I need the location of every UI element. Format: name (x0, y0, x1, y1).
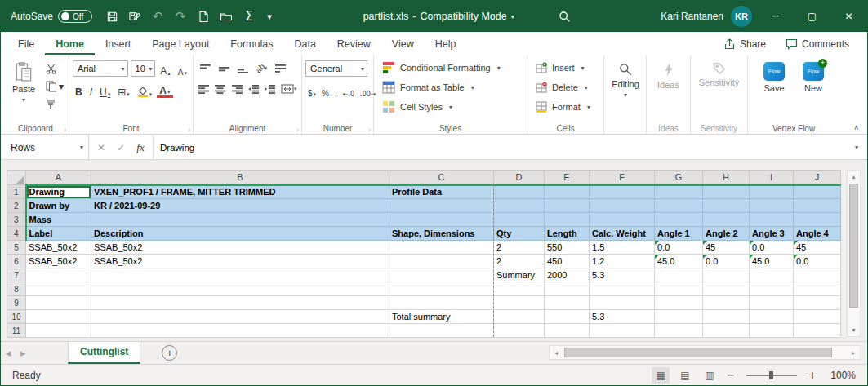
view-page-break-button[interactable]: ▥ (701, 367, 719, 384)
cell-J9[interactable] (794, 296, 841, 310)
align-left-button[interactable] (197, 81, 211, 96)
cell-B10[interactable] (91, 310, 389, 324)
column-header-H[interactable]: H (703, 171, 750, 185)
cell-D2[interactable] (494, 199, 545, 213)
flow-new-button[interactable]: Flow+ New (797, 58, 830, 121)
cell-E10[interactable] (545, 310, 590, 324)
cell-B8[interactable] (91, 282, 389, 296)
cell-D3[interactable] (494, 213, 545, 227)
column-header-F[interactable]: F (590, 171, 655, 185)
cell-A9[interactable] (26, 296, 91, 310)
cell-J6[interactable]: 0.0 (794, 255, 841, 268)
borders-button[interactable]: ⊞▾ (115, 82, 132, 98)
comma-style-button[interactable]: , (332, 82, 340, 98)
format-cells-button[interactable]: Format▾ (531, 97, 600, 117)
zoom-slider[interactable] (746, 375, 797, 376)
cell-F10[interactable]: 5.3 (590, 310, 655, 324)
cell-I8[interactable] (750, 282, 794, 296)
scroll-down-button[interactable]: ▾ (848, 324, 860, 336)
cell-G1[interactable] (655, 185, 703, 199)
horizontal-scrollbar[interactable]: ◂ ▸ (549, 345, 861, 360)
redo-button[interactable]: ↷ (169, 1, 192, 32)
cell-J7[interactable] (794, 268, 841, 282)
sheet-nav-right-button[interactable]: ▶ (16, 342, 30, 364)
cell-D4[interactable]: Qty (494, 227, 545, 241)
cell-D9[interactable] (494, 296, 545, 310)
zoom-out-button[interactable]: − (725, 369, 737, 381)
cell-C6[interactable] (389, 255, 494, 268)
select-all-button[interactable] (7, 171, 26, 185)
cell-J5[interactable]: 45 (794, 241, 841, 255)
cell-C11[interactable] (389, 324, 494, 338)
orientation-button[interactable]: ab▾ (253, 60, 269, 76)
copy-button[interactable]: ▾ (44, 79, 65, 94)
cell-B4[interactable]: Description (91, 227, 389, 241)
align-center-button[interactable] (213, 81, 227, 96)
cell-F6[interactable]: 1.2 (590, 255, 655, 268)
wrap-text-button[interactable] (272, 60, 288, 76)
cell-D1[interactable] (494, 185, 545, 199)
cell-J3[interactable] (794, 213, 841, 227)
tab-view[interactable]: View (381, 32, 425, 55)
row-header-2[interactable]: 2 (7, 199, 26, 213)
cell-E8[interactable] (545, 282, 590, 296)
alignment-dialog-launcher[interactable]: ⌟ (296, 125, 299, 132)
cell-A1[interactable]: Drawing (26, 185, 91, 199)
cell-D11[interactable] (494, 324, 545, 338)
cell-A11[interactable] (26, 324, 91, 338)
cell-I9[interactable] (750, 296, 794, 310)
cell-H6[interactable]: 0.0 (703, 255, 750, 268)
cell-J4[interactable]: Angle 4 (794, 227, 841, 241)
font-size-combo[interactable]: 10▾ (131, 60, 156, 77)
cell-J1[interactable] (794, 185, 841, 199)
cell-A6[interactable]: SSAB_50x2 (26, 255, 91, 268)
cell-G3[interactable] (655, 213, 703, 227)
cell-E1[interactable] (545, 185, 590, 199)
zoom-level[interactable]: 100% (825, 370, 856, 381)
tab-formulas[interactable]: Formulas (220, 32, 283, 55)
zoom-in-button[interactable]: + (807, 369, 818, 381)
cell-D7[interactable]: Summary (494, 268, 545, 282)
cell-G11[interactable] (655, 324, 703, 338)
cell-D6[interactable]: 2 (494, 255, 545, 268)
cell-E4[interactable]: Length (545, 227, 590, 241)
open-file-button[interactable] (215, 1, 238, 32)
autosum-button[interactable]: Σ (238, 1, 260, 32)
delete-cells-button[interactable]: Delete▾ (531, 78, 600, 97)
column-header-G[interactable]: G (655, 171, 703, 185)
cell-J8[interactable] (794, 282, 841, 296)
cell-H4[interactable]: Angle 2 (703, 227, 750, 241)
cell-F9[interactable] (590, 296, 655, 310)
cell-B11[interactable] (91, 324, 389, 338)
cell-F1[interactable] (590, 185, 655, 199)
align-right-button[interactable] (230, 81, 244, 96)
save-button[interactable] (100, 1, 123, 32)
cell-A5[interactable]: SSAB_50x2 (26, 241, 91, 255)
paste-button[interactable]: Paste ▾ (6, 58, 42, 121)
editing-button[interactable]: Editing ▾ (608, 58, 643, 100)
row-header-8[interactable]: 8 (7, 282, 26, 296)
tab-help[interactable]: Help (425, 32, 467, 55)
horizontal-scroll-thumb[interactable] (564, 348, 832, 357)
view-page-layout-button[interactable]: ▤ (676, 367, 694, 384)
new-file-button[interactable] (192, 1, 215, 32)
column-header-B[interactable]: B (91, 171, 389, 185)
cell-G4[interactable]: Angle 1 (655, 227, 703, 241)
maximize-button[interactable]: ▢ (794, 1, 830, 32)
row-header-6[interactable]: 6 (7, 255, 26, 268)
cell-I10[interactable] (750, 310, 794, 324)
vertical-scrollbar[interactable]: ▴ ▾ (847, 170, 861, 337)
decrease-indent-button[interactable] (247, 81, 260, 96)
cell-F8[interactable] (590, 282, 655, 296)
cell-J11[interactable] (794, 324, 841, 338)
autosave-toggle[interactable]: AutoSave Off (1, 10, 100, 23)
cell-A8[interactable] (26, 282, 91, 296)
customize-qat-button[interactable]: ▾ (260, 1, 278, 32)
undo-button[interactable]: ↶ (146, 1, 169, 32)
fill-color-button[interactable]: ▾ (135, 82, 155, 98)
cell-D10[interactable] (494, 310, 545, 324)
column-header-E[interactable]: E (545, 171, 590, 185)
cell-B2[interactable]: KR / 2021-09-29 (91, 199, 389, 213)
cell-H9[interactable] (703, 296, 750, 310)
cell-H1[interactable] (703, 185, 750, 199)
